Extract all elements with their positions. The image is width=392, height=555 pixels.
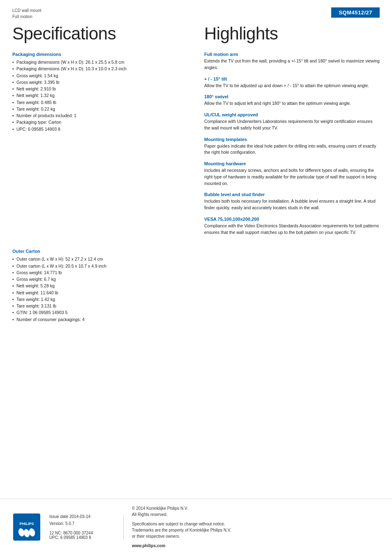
list-item: GTIN: 1 06 09585 14903 5 (12, 309, 188, 316)
list-item: Gross weight: 14.771 lb (12, 269, 188, 276)
list-item: Tare weight: 3.131 lb (12, 303, 188, 309)
product-line: LCD wall mount (12, 7, 42, 14)
list-item: Nett weight: 11.640 lb (12, 289, 188, 296)
packaging-list: Packaging dimensions (W x H x D): 26.1 x… (12, 59, 188, 132)
highlight-item: 180° swivelAllow the TV to adjust left a… (204, 94, 380, 107)
highlight-heading: Bubble level and stud finder (204, 192, 380, 197)
disclaimer: Specifications are subject to change wit… (132, 521, 380, 539)
highlight-desc: Includes both tools necessary for instal… (204, 198, 380, 211)
highlight-heading: UL/CUL weight approved (204, 112, 380, 117)
highlight-item: + / - 15° tiltAllow the TV to be adjuste… (204, 76, 380, 89)
header: LCD wall mount Full motion SQM4512/27 (0, 0, 392, 20)
model-badge: SQM4512/27 (331, 7, 380, 18)
highlight-heading: VESA 75,100,100x200,200 (204, 217, 380, 222)
highlight-desc: Allow the TV to be adjusted up and down … (204, 83, 380, 89)
list-item: Packaging dimensions (W x H x D): 26.1 x… (12, 59, 188, 65)
highlight-desc: Compliance with the Video Electronics St… (204, 223, 380, 236)
highlight-heading: 180° swivel (204, 94, 380, 99)
issue-date: Issue date 2014-03-14 (49, 514, 115, 519)
version: Version: 5.0.7 (49, 521, 115, 526)
highlight-heading: Full motion arm (204, 52, 380, 57)
highlights-column: Highlights Full motion armExtends the TV… (196, 24, 380, 241)
list-item: Outer carton (L x W x H): 20.5 x 10.7 x … (12, 263, 188, 269)
highlight-desc: Extends the TV out from the wall, provid… (204, 58, 380, 71)
page-title: Specifications (12, 24, 188, 44)
header-product-info: LCD wall mount Full motion (12, 7, 42, 20)
specs-column: Specifications Packaging dimensions Pack… (12, 24, 196, 241)
list-item: Nett weight: 2.910 lb (12, 86, 188, 92)
list-item: Tare weight: 0.485 lb (12, 99, 188, 106)
nc-upc: 12 NC: 8670 000 37244 UPC: 6 09585 14903… (49, 531, 115, 540)
footer-divider (123, 515, 124, 539)
empty-col (196, 243, 380, 323)
footer-meta: Issue date 2014-03-14 Version: 5.0.7 12 … (49, 514, 115, 540)
highlight-heading: + / - 15° tilt (204, 76, 380, 81)
highlight-desc: Allow the TV to adjust left and right 18… (204, 100, 380, 107)
highlight-desc: Includes all necessary screws, anchors a… (204, 167, 380, 187)
highlight-item: Bubble level and stud finderIncludes bot… (204, 192, 380, 211)
list-item: Gross weight: 1.54 kg (12, 72, 188, 79)
highlight-item: UL/CUL weight approvedCompliance with Un… (204, 112, 380, 132)
list-item: Number of products included: 1 (12, 112, 188, 119)
highlight-desc: Paper guides indicate the ideal hole pat… (204, 143, 380, 156)
highlight-item: Mounting templatesPaper guides indicate … (204, 137, 380, 156)
highlights-container: Full motion armExtends the TV out from t… (204, 52, 380, 236)
list-item: Outer carton (L x W x H): 52 x 27.2 x 12… (12, 256, 188, 262)
highlight-heading: Mounting templates (204, 137, 380, 142)
list-item: Number of consumer packagings: 4 (12, 316, 188, 323)
list-item: Nett weight: 5.28 kg (12, 282, 188, 289)
list-item: UPC: 6 09585 14903 8 (12, 126, 188, 132)
page: LCD wall mount Full motion SQM4512/27 Sp… (0, 0, 392, 555)
outer-carton-col: Outer Carton Outer carton (L x W x H): 5… (12, 243, 196, 323)
specs-row: Outer Carton Outer carton (L x W x H): 5… (0, 243, 392, 323)
highlight-item: Mounting hardwareIncludes all necessary … (204, 161, 380, 187)
footer-legal: © 2014 Koninklijke Philips N.V.All Right… (132, 505, 380, 549)
highlight-item: VESA 75,100,100x200,200Compliance with t… (204, 217, 380, 236)
philips-logo: PHILIPS (12, 513, 41, 541)
product-type: Full motion (12, 14, 42, 20)
main-content: Specifications Packaging dimensions Pack… (0, 24, 392, 241)
packaging-section-title: Packaging dimensions (12, 52, 188, 57)
list-item: Packaging type: Carton (12, 119, 188, 125)
list-item: Nett weight: 1.32 kg (12, 92, 188, 99)
list-item: Tare weight: 1.42 kg (12, 296, 188, 303)
svg-text:PHILIPS: PHILIPS (19, 522, 34, 526)
footer: PHILIPS Issue date 2014-03-14 Version: 5… (0, 499, 392, 555)
highlights-title: Highlights (204, 24, 380, 44)
website: www.philips.com (132, 543, 380, 549)
highlight-heading: Mounting hardware (204, 161, 380, 166)
list-item: Tare weight: 0.22 kg (12, 106, 188, 112)
list-item: Packaging dimensions (W x H x D): 10.3 x… (12, 65, 188, 72)
list-item: Gross weight: 3.395 lb (12, 79, 188, 86)
outer-carton-title: Outer Carton (12, 249, 188, 254)
highlight-desc: Compliance with Underwriters Laboratorie… (204, 118, 380, 132)
list-item: Gross weight: 6.7 kg (12, 276, 188, 282)
highlight-item: Full motion armExtends the TV out from t… (204, 52, 380, 71)
copyright: © 2014 Koninklijke Philips N.V.All Right… (132, 505, 380, 518)
outer-carton-list: Outer carton (L x W x H): 52 x 27.2 x 12… (12, 256, 188, 323)
